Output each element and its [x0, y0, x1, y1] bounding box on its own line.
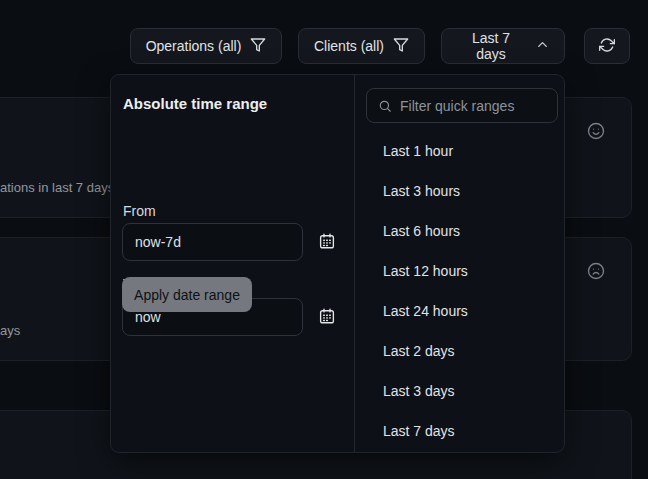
absolute-range-title: Absolute time range	[123, 95, 267, 112]
quick-range-option[interactable]: Last 12 hours	[355, 251, 565, 291]
happy-face-icon	[587, 122, 605, 144]
quick-range-option[interactable]: Last 1 hour	[355, 131, 565, 171]
calendar-icon	[318, 232, 336, 253]
funnel-icon	[393, 37, 409, 56]
time-range-button[interactable]: Last 7 days	[441, 28, 565, 64]
to-calendar-button[interactable]	[315, 305, 339, 329]
time-range-label: Last 7 days	[456, 30, 526, 62]
quick-range-option[interactable]: Last 7 days	[355, 411, 565, 451]
funnel-icon	[250, 37, 266, 56]
apply-date-range-button[interactable]: Apply date range	[122, 277, 252, 312]
quick-range-option[interactable]: Last 3 hours	[355, 171, 565, 211]
clients-filter-button[interactable]: Clients (all)	[298, 28, 425, 64]
from-input[interactable]	[122, 223, 303, 261]
from-calendar-button[interactable]	[315, 230, 339, 254]
quick-range-option[interactable]: Last 2 days	[355, 331, 565, 371]
quick-range-filter-input[interactable]	[400, 98, 546, 114]
card-caption: ays	[0, 323, 20, 338]
calendar-icon	[318, 307, 336, 328]
card-caption: ations in last 7 days	[0, 180, 114, 195]
refresh-button[interactable]	[584, 28, 630, 64]
refresh-icon	[599, 37, 615, 56]
quick-range-list: Last 1 hour Last 3 hours Last 6 hours La…	[355, 131, 565, 451]
sad-face-icon	[587, 262, 605, 284]
quick-range-option[interactable]: Last 3 days	[355, 371, 565, 411]
clients-filter-label: Clients (all)	[314, 38, 384, 54]
operations-filter-button[interactable]: Operations (all)	[130, 28, 282, 64]
time-picker-dropdown: Absolute time range From To	[110, 74, 565, 453]
operations-filter-label: Operations (all)	[146, 38, 242, 54]
chevron-up-icon	[535, 37, 550, 55]
search-icon	[378, 99, 392, 113]
quick-range-option[interactable]: Last 6 hours	[355, 211, 565, 251]
dashboard-page: ations in last 7 days ays Operations (al…	[0, 0, 648, 479]
quick-range-search[interactable]	[366, 88, 558, 123]
from-label: From	[123, 203, 156, 219]
quick-range-option[interactable]: Last 24 hours	[355, 291, 565, 331]
